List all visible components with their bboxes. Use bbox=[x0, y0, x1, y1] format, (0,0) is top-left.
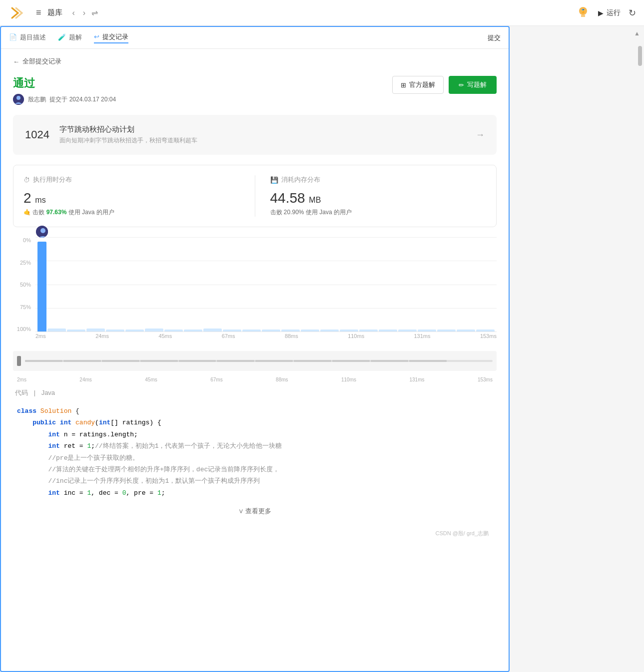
mini-x-67ms: 67ms bbox=[210, 377, 222, 382]
code-line-5: //pre是上一个孩子获取的糖。 bbox=[13, 452, 497, 464]
achievement-icon: 🏅 bbox=[576, 6, 590, 20]
run-button[interactable]: ▶ 运行 bbox=[598, 8, 621, 17]
official-btn-label: 官方题解 bbox=[409, 80, 435, 89]
submission-status: 通过 bbox=[13, 76, 116, 91]
right-panel: ▲ bbox=[510, 26, 644, 672]
submit-time: 提交于 2024.03.17 20:04 bbox=[49, 96, 116, 103]
write-btn-label: 写题解 bbox=[467, 80, 487, 89]
bar-22 bbox=[437, 330, 456, 332]
bar-13 bbox=[262, 330, 280, 332]
description-tab-icon: 📄 bbox=[9, 33, 17, 41]
bar-18 bbox=[359, 330, 378, 332]
memory-header: 💾 消耗内存分布 bbox=[270, 175, 487, 184]
stat-divider bbox=[255, 175, 255, 217]
tabs-bar: 📄 题目描述 🧪 题解 ↩ 提交记录 提交 bbox=[1, 27, 509, 49]
svg-point-4 bbox=[16, 96, 20, 100]
scroll-up-icon[interactable]: ▲ bbox=[634, 30, 640, 37]
runtime-value: 2 ms bbox=[23, 190, 240, 206]
mini-chart[interactable] bbox=[13, 351, 497, 371]
bar-15 bbox=[301, 330, 319, 332]
see-more[interactable]: ∨ 查看更多 bbox=[13, 501, 497, 522]
problem-card[interactable]: 1024 字节跳动秋招心动计划 面向短期冲刺字节跳动秋招选手，秋招弯道顺利超车 … bbox=[13, 115, 497, 155]
mini-bar-active bbox=[17, 356, 21, 366]
bar-12 bbox=[242, 330, 261, 332]
official-solution-button[interactable]: ⊞ 官方题解 bbox=[392, 76, 444, 94]
see-more-label: ∨ 查看更多 bbox=[238, 507, 272, 515]
user-name: 殷志鹏 bbox=[28, 96, 46, 103]
code-separator: | bbox=[34, 389, 35, 396]
problem-info: 字节跳动秋招心动计划 面向短期冲刺字节跳动秋招选手，秋招弯道顺利超车 bbox=[59, 125, 476, 145]
refresh-icon[interactable]: ↻ bbox=[629, 7, 636, 18]
problem-title: 字节跳动秋招心动计划 bbox=[59, 125, 476, 134]
y-label-2: 50% bbox=[13, 282, 33, 288]
tabs-right-submit: 提交 bbox=[488, 33, 501, 42]
memory-beat: 击败 20.90% 使用 Java 的用户 bbox=[270, 208, 487, 217]
bar-8 bbox=[164, 330, 183, 332]
bar-24 bbox=[476, 330, 495, 332]
svg-rect-1 bbox=[581, 15, 585, 17]
clock-icon: ⏱ bbox=[23, 176, 30, 184]
y-label-3: 25% bbox=[13, 260, 33, 266]
code-line-4: int ret = 1;//终结答案，初始为1，代表第一个孩子，无论大小先给他一… bbox=[13, 440, 497, 452]
action-buttons: ⊞ 官方题解 ✏ 写题解 bbox=[392, 76, 497, 94]
code-line-3: int n = ratings.length; bbox=[13, 429, 497, 440]
submission-meta: 殷志鹏 提交于 2024.03.17 20:04 bbox=[13, 94, 116, 105]
code-line-2: public int candy(int[] ratings) { bbox=[13, 417, 497, 428]
problem-desc: 面向短期冲刺字节跳动秋招选手，秋招弯道顺利超车 bbox=[59, 136, 476, 145]
bar-3 bbox=[67, 330, 85, 332]
submission-info: 通过 殷志鹏 提交于 2024.03.17 20:04 bbox=[13, 76, 116, 105]
memory-icon: 💾 bbox=[270, 176, 278, 184]
prev-arrow[interactable]: ‹ bbox=[70, 6, 77, 19]
top-bar-right: 🏅 ▶ 运行 ↻ bbox=[576, 6, 636, 20]
bar-11 bbox=[223, 330, 241, 332]
mini-x-24ms: 24ms bbox=[79, 377, 91, 382]
book-icon: ⊞ bbox=[401, 81, 406, 89]
x-label-67ms: 67ms bbox=[222, 333, 235, 347]
memory-number: 44.58 bbox=[270, 190, 305, 206]
back-arrow-icon: ← bbox=[13, 58, 19, 65]
x-label-153ms: 153ms bbox=[480, 333, 497, 347]
left-panel: 📄 题目描述 🧪 题解 ↩ 提交记录 提交 ← 全部提交记录 bbox=[0, 26, 510, 672]
code-lang: Java bbox=[41, 389, 55, 396]
y-label-0: 100% bbox=[13, 326, 33, 332]
tab-description[interactable]: 📄 题目描述 bbox=[9, 33, 46, 43]
problem-number: 1024 bbox=[25, 128, 49, 141]
beat-percent: 97.63% bbox=[46, 209, 67, 216]
tab-record[interactable]: ↩ 提交记录 bbox=[94, 32, 128, 43]
y-label-1: 75% bbox=[13, 304, 33, 310]
runtime-beat: 🤙 击败 97.63% 使用 Java 的用户 bbox=[23, 208, 240, 217]
y-label-4: 0% bbox=[13, 237, 33, 243]
bar-16 bbox=[320, 330, 339, 332]
edit-icon: ✏ bbox=[459, 81, 464, 89]
next-arrow[interactable]: › bbox=[81, 6, 87, 19]
record-tab-icon: ↩ bbox=[94, 33, 99, 40]
x-label-24ms: 24ms bbox=[95, 333, 109, 347]
write-solution-button[interactable]: ✏ 写题解 bbox=[449, 76, 497, 94]
memory-header-label: 消耗内存分布 bbox=[281, 175, 320, 184]
scrollbar-thumb[interactable] bbox=[638, 46, 642, 66]
back-link[interactable]: ← 全部提交记录 bbox=[13, 57, 497, 66]
problem-arrow-icon: → bbox=[476, 130, 485, 140]
stats-container: ⏱ 执行用时分布 2 ms 🤙 击败 97.63% 使用 Java 的用户 bbox=[13, 165, 497, 227]
submission-user: 殷志鹏 提交于 2024.03.17 20:04 bbox=[28, 95, 116, 104]
beat-suffix: 使用 Java 的用户 bbox=[68, 209, 114, 216]
chart-avatar bbox=[35, 225, 49, 239]
code-line-6: //算法的关键在于处理两个相邻的升序+降序序列，dec记录当前降序序列长度， bbox=[13, 464, 497, 475]
logo[interactable] bbox=[8, 5, 24, 21]
x-label-2ms: 2ms bbox=[35, 333, 46, 347]
bar-17 bbox=[340, 330, 358, 332]
svg-point-6 bbox=[40, 228, 45, 233]
avatar bbox=[13, 94, 24, 105]
mini-x-110ms: 110ms bbox=[341, 377, 356, 382]
shuffle-icon[interactable]: ⇌ bbox=[91, 8, 98, 17]
x-label-110ms: 110ms bbox=[348, 333, 364, 347]
bar-4 bbox=[86, 329, 105, 332]
tab-solution[interactable]: 🧪 题解 bbox=[58, 33, 82, 43]
bar-23 bbox=[457, 330, 475, 332]
solution-tab-label: 题解 bbox=[69, 33, 82, 42]
bar-9 bbox=[184, 330, 202, 332]
mini-x-45ms: 45ms bbox=[145, 377, 157, 382]
x-label-45ms: 45ms bbox=[158, 333, 172, 347]
top-nav: ≡ 题库 ‹ › ⇌ bbox=[36, 6, 576, 19]
bar-5 bbox=[106, 330, 124, 332]
